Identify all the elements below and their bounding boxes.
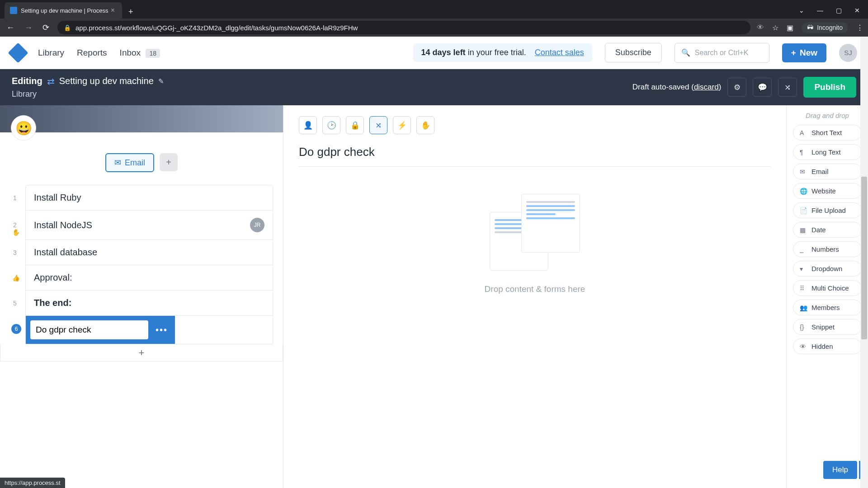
field-date[interactable]: ▦Date: [793, 222, 862, 238]
task-editor: 👤 🕑 🔒 ⤨ ⚡ ✋ Do gdpr check Drop content &…: [283, 105, 787, 488]
tab-search-icon[interactable]: ⌄: [799, 7, 804, 14]
content-dropzone[interactable]: Drop content & forms here: [299, 194, 771, 294]
edit-bar: Editing ⇄ Setting up dev machine ✎ Libra…: [0, 69, 868, 105]
extensions-icon[interactable]: ▣: [787, 23, 793, 32]
cover-image[interactable]: [0, 105, 283, 132]
browser-menu-icon[interactable]: ⋮: [856, 23, 863, 32]
step-more-icon[interactable]: •••: [153, 325, 170, 335]
field-long-text[interactable]: ¶Long Text: [793, 144, 862, 160]
field-file-upload[interactable]: 📄File Upload: [793, 202, 862, 218]
step-item[interactable]: 1 Install Ruby: [26, 185, 273, 211]
incognito-badge[interactable]: 🕶 Incognito: [802, 22, 848, 33]
step-item[interactable]: 3 Install database: [26, 240, 273, 265]
steps-list: 1 Install Ruby 2 ✋ Install NodeJS JR 3 I…: [25, 185, 273, 344]
field-multi-choice[interactable]: ⠿Multi Choice: [793, 280, 862, 296]
shuffle-icon: ⤨: [784, 83, 791, 92]
page-scrollbar[interactable]: [860, 37, 868, 488]
window-controls: ⌄ — ▢ ✕: [791, 2, 868, 19]
email-button[interactable]: ✉ Email: [105, 153, 154, 172]
reload-icon[interactable]: ⟳: [41, 21, 51, 34]
edit-name-icon[interactable]: ✎: [158, 77, 164, 85]
dropzone-illustration: [490, 194, 580, 275]
comments-button[interactable]: 💬: [753, 78, 772, 97]
step-item[interactable]: 2 ✋ Install NodeJS JR: [26, 211, 273, 240]
shuffle-button[interactable]: ⤨: [778, 78, 797, 97]
field-email[interactable]: ✉Email: [793, 164, 862, 179]
automations-button[interactable]: ⚡: [393, 116, 411, 134]
maximize-icon[interactable]: ▢: [836, 7, 842, 14]
permissions-button[interactable]: 🔒: [346, 116, 364, 134]
close-window-icon[interactable]: ✕: [854, 7, 860, 14]
plus-icon: +: [791, 48, 796, 58]
step-number: 2: [13, 221, 17, 229]
settings-button[interactable]: ⚙: [727, 78, 746, 97]
paragraph-icon: ¶: [800, 149, 807, 156]
step-name-input[interactable]: [30, 320, 148, 339]
field-hidden[interactable]: 👁Hidden: [793, 338, 862, 354]
app-logo[interactable]: [8, 42, 28, 63]
clock-icon: 🕑: [327, 121, 336, 130]
inbox-count-badge: 18: [146, 49, 160, 58]
stop-hand-icon: ✋: [12, 229, 20, 236]
close-tab-icon[interactable]: ×: [109, 6, 117, 14]
task-title[interactable]: Do gdpr check: [299, 145, 771, 167]
scroll-thumb[interactable]: [861, 177, 867, 339]
autosave-status: Draft auto-saved (discard): [632, 83, 722, 92]
minimize-icon[interactable]: —: [817, 7, 823, 14]
user-avatar[interactable]: SJ: [839, 44, 857, 62]
step-label: Install database: [34, 247, 97, 258]
chevron-down-icon: ▾: [800, 265, 807, 272]
due-date-button[interactable]: 🕑: [322, 116, 340, 134]
search-input[interactable]: 🔍 Search or Ctrl+K: [675, 43, 769, 63]
workflow-emoji[interactable]: 😀: [11, 115, 36, 141]
url-input[interactable]: 🔒 app.process.st/workflows/uQGGj-_oKZ43z…: [57, 21, 750, 34]
field-dropdown[interactable]: ▾Dropdown: [793, 261, 862, 277]
step-label: The end:: [34, 298, 71, 308]
url-text: app.process.st/workflows/uQGGj-_oKZ43zDM…: [75, 24, 358, 32]
field-snippet[interactable]: {}Snippet: [793, 319, 862, 335]
browser-tab[interactable]: Setting up dev machine | Process ×: [5, 2, 122, 19]
add-step-button[interactable]: +: [0, 344, 283, 361]
file-icon: 📄: [800, 207, 807, 214]
search-icon: 🔍: [681, 48, 690, 57]
contact-sales-link[interactable]: Contact sales: [535, 48, 584, 57]
field-members[interactable]: 👥Members: [793, 300, 862, 315]
discard-link[interactable]: discard: [694, 83, 719, 91]
publish-button[interactable]: Publish: [803, 77, 856, 98]
email-label: Email: [125, 158, 145, 168]
hand-icon: ✋: [421, 121, 430, 130]
new-tab-button[interactable]: +: [122, 5, 140, 19]
field-short-text[interactable]: AShort Text: [793, 125, 862, 141]
help-button[interactable]: Help: [823, 461, 857, 479]
assign-button[interactable]: 👤: [299, 116, 317, 134]
step-item[interactable]: 5 The end:: [26, 291, 273, 316]
tab-title: Setting up dev machine | Process: [21, 7, 108, 14]
bookmark-icon[interactable]: ☆: [772, 23, 778, 32]
calendar-icon: ▦: [800, 226, 807, 234]
nav-reports[interactable]: Reports: [77, 48, 107, 58]
add-block-button[interactable]: +: [160, 153, 178, 171]
shuffle-icon: ⤨: [375, 121, 382, 130]
eye-off-icon[interactable]: 👁: [757, 23, 764, 32]
nav-inbox[interactable]: Inbox 18: [120, 48, 160, 58]
step-item-active[interactable]: 6 •••: [26, 316, 273, 344]
subscribe-button[interactable]: Subscribe: [605, 43, 662, 62]
nav-library[interactable]: Library: [38, 48, 64, 58]
step-item[interactable]: 👍 Approval:: [26, 265, 273, 291]
assignee-avatar[interactable]: JR: [250, 218, 264, 232]
breadcrumb[interactable]: Library: [12, 89, 164, 99]
field-numbers[interactable]: ⎯Numbers: [793, 241, 862, 257]
stop-button[interactable]: ✋: [416, 116, 434, 134]
browser-tab-strip: Setting up dev machine | Process × + ⌄ —…: [0, 0, 868, 19]
back-icon[interactable]: ←: [5, 21, 16, 34]
nav-inbox-label: Inbox: [120, 48, 141, 57]
gear-icon: ⚙: [734, 83, 741, 92]
trial-banner: 14 days left in your free trial. Contact…: [413, 43, 592, 62]
eye-off-icon: 👁: [800, 343, 807, 350]
field-website[interactable]: 🌐Website: [793, 183, 862, 199]
conditional-button[interactable]: ⤨: [369, 116, 387, 134]
new-button[interactable]: + New: [782, 43, 826, 62]
steps-panel: 😀 ✉ Email + 1 Install Ruby 2 ✋ Install N…: [0, 105, 283, 488]
fields-panel: Drag and drop AShort Text ¶Long Text ✉Em…: [787, 105, 868, 488]
drag-drop-label: Drag and drop: [793, 112, 862, 119]
